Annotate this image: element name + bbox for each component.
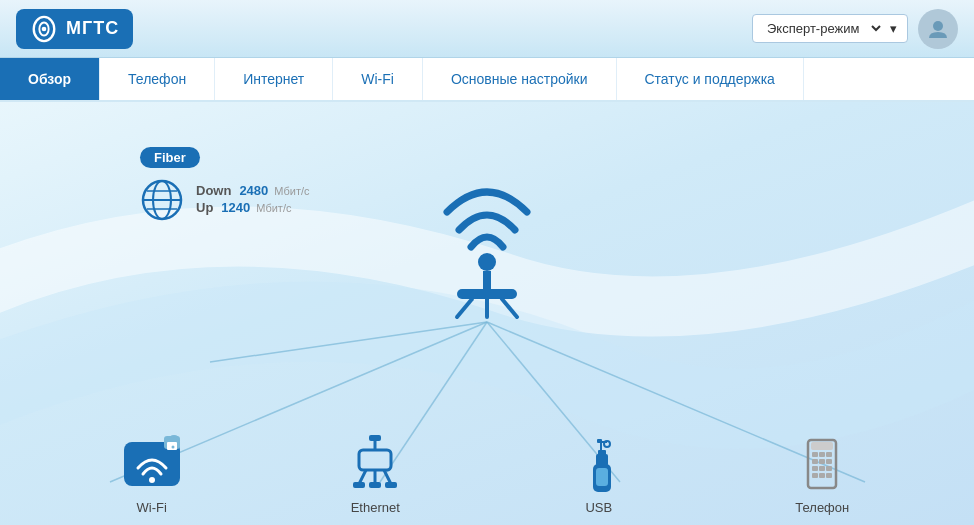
chevron-down-icon: ▾ (890, 21, 897, 36)
expert-mode-dropdown[interactable]: Эксперт-режим Обычный режим (763, 20, 884, 37)
header: МГТС Эксперт-режим Обычный режим ▾ (0, 0, 974, 58)
user-button[interactable] (918, 9, 958, 49)
svg-line-14 (502, 299, 517, 317)
nav-bar: Обзор Телефон Интернет Wi-Fi Основные на… (0, 58, 974, 102)
down-label: Down (196, 183, 231, 198)
phone-device[interactable]: Телефон (786, 434, 858, 515)
usb-device-icon (563, 434, 635, 494)
header-controls: Эксперт-режим Обычный режим ▾ (752, 9, 958, 49)
up-value: 1240 (221, 200, 250, 215)
up-label: Up (196, 200, 213, 215)
nav-item-wifi[interactable]: Wi-Fi (333, 58, 423, 100)
svg-rect-52 (812, 473, 818, 478)
wifi-device-label: Wi-Fi (137, 500, 167, 515)
wifi-device[interactable]: Wi-Fi (116, 434, 188, 515)
svg-rect-10 (483, 271, 491, 289)
router-icon[interactable] (427, 162, 547, 322)
svg-rect-47 (819, 459, 825, 464)
svg-rect-43 (812, 452, 818, 457)
up-unit: Мбит/с (256, 202, 291, 214)
nav-item-settings[interactable]: Основные настройки (423, 58, 617, 100)
phone-device-label: Телефон (795, 500, 849, 515)
svg-point-2 (42, 26, 47, 31)
svg-line-12 (457, 299, 472, 317)
svg-rect-54 (826, 473, 832, 478)
svg-point-24 (171, 446, 174, 449)
expert-mode-selector[interactable]: Эксперт-режим Обычный режим ▾ (752, 14, 908, 43)
ethernet-device[interactable]: Ethernet (339, 434, 411, 515)
svg-line-32 (384, 470, 391, 484)
down-unit: Мбит/с (274, 185, 309, 197)
wifi-device-icon (116, 434, 188, 494)
svg-rect-27 (369, 435, 381, 441)
svg-rect-37 (598, 450, 606, 456)
svg-rect-50 (819, 466, 825, 471)
svg-rect-53 (819, 473, 825, 478)
logo-icon (30, 15, 58, 43)
svg-line-8 (210, 322, 487, 362)
svg-rect-35 (596, 468, 608, 486)
up-speed-row: Up 1240 Мбит/с (196, 200, 310, 215)
svg-rect-55 (811, 442, 833, 450)
user-icon (927, 18, 949, 40)
fiber-badge: Fiber (140, 147, 200, 168)
usb-device[interactable]: USB (563, 434, 635, 515)
logo: МГТС (16, 9, 133, 49)
device-icons-row: Wi-Fi Ethernet (0, 434, 974, 515)
svg-rect-48 (826, 459, 832, 464)
globe-icon (140, 178, 184, 222)
phone-device-icon (786, 434, 858, 494)
svg-point-21 (149, 477, 155, 483)
svg-rect-25 (359, 450, 391, 470)
main-content: Fiber Down 2480 Мбит/с Up 1240 Мбит/с (0, 102, 974, 525)
nav-item-overview[interactable]: Обзор (0, 58, 100, 100)
usb-device-label: USB (585, 500, 612, 515)
speed-info: Down 2480 Мбит/с Up 1240 Мбит/с (196, 183, 310, 217)
down-speed-row: Down 2480 Мбит/с (196, 183, 310, 198)
fiber-details: Down 2480 Мбит/с Up 1240 Мбит/с (140, 178, 310, 222)
svg-rect-49 (812, 466, 818, 471)
down-value: 2480 (239, 183, 268, 198)
svg-rect-45 (826, 452, 832, 457)
fiber-info-box: Fiber Down 2480 Мбит/с Up 1240 Мбит/с (140, 147, 310, 222)
svg-rect-44 (819, 452, 825, 457)
svg-point-3 (933, 21, 943, 31)
ethernet-device-label: Ethernet (351, 500, 400, 515)
svg-rect-51 (826, 466, 832, 471)
nav-item-internet[interactable]: Интернет (215, 58, 333, 100)
svg-rect-31 (369, 482, 381, 488)
svg-rect-41 (597, 439, 602, 443)
svg-rect-33 (385, 482, 397, 488)
router-svg (427, 162, 547, 322)
svg-point-9 (478, 253, 496, 271)
ethernet-device-icon (339, 434, 411, 494)
nav-item-phone[interactable]: Телефон (100, 58, 215, 100)
svg-rect-46 (812, 459, 818, 464)
nav-item-support[interactable]: Статус и поддержка (617, 58, 804, 100)
svg-line-28 (359, 470, 366, 484)
logo-text: МГТС (66, 18, 119, 39)
svg-rect-29 (353, 482, 365, 488)
